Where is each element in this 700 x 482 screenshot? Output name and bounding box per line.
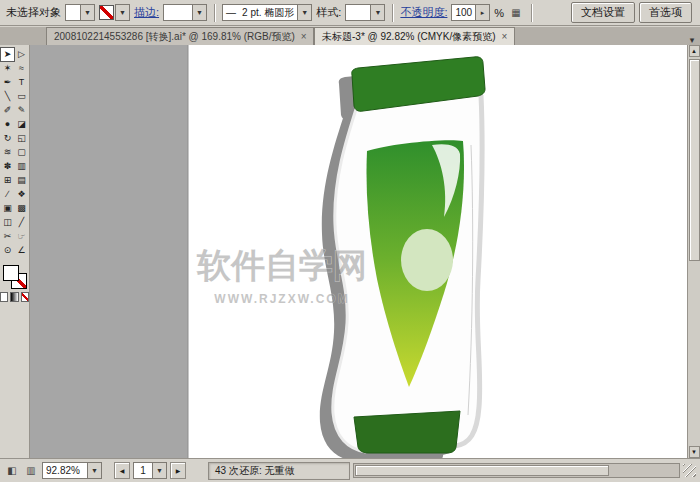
document-tab-2[interactable]: 未标题-3* @ 92.82% (CMYK/像素预览) × <box>314 27 515 45</box>
tool-grid: ➤ ▷ ✶ ≈ ✒ T ╲ ▭ ✐ ✎ ● ◪ ↻ ◱ ≋ ▢ ✽ ▥ ⊞ ▤ … <box>0 48 29 257</box>
direct-selection-tool[interactable]: ▷ <box>15 48 28 61</box>
artboard-svg: 软件自学网 WWW.RJZXW.COM <box>30 45 687 458</box>
chevron-down-icon: ▼ <box>192 5 206 20</box>
artboard-tool[interactable]: ◫ <box>1 216 14 229</box>
tools-panel: ➤ ▷ ✶ ≈ ✒ T ╲ ▭ ✐ ✎ ● ◪ ↻ ◱ ≋ ▢ ✽ ▥ ⊞ ▤ … <box>0 45 30 458</box>
paintbrush-tool[interactable]: ✐ <box>1 104 14 117</box>
watermark: 软件自学网 WWW.RJZXW.COM <box>196 246 367 306</box>
spinner-right-icon: ▸ <box>475 5 489 20</box>
pen-tool[interactable]: ✒ <box>1 76 14 89</box>
chevron-down-icon: ▼ <box>87 463 101 478</box>
separator <box>214 4 215 22</box>
mini-screen-mode-icon[interactable]: ▥ <box>23 463 39 479</box>
stroke-none-swatch[interactable] <box>99 5 114 20</box>
mesh-tool[interactable]: ⊞ <box>1 174 14 187</box>
shaver-base[interactable] <box>354 411 460 453</box>
measure-tool[interactable]: ∠ <box>15 244 28 257</box>
chevron-down-icon: ▼ <box>370 5 384 20</box>
vertical-scroll-thumb[interactable] <box>689 59 700 261</box>
pencil-tool[interactable]: ✎ <box>15 104 28 117</box>
blob-brush-tool[interactable]: ● <box>1 118 14 131</box>
canvas-area[interactable]: 软件自学网 WWW.RJZXW.COM <box>30 45 687 458</box>
rectangle-tool[interactable]: ▭ <box>15 90 28 103</box>
type-tool[interactable]: T <box>15 76 28 89</box>
selection-status: 未选择对象 <box>6 5 61 20</box>
scale-tool[interactable]: ◱ <box>15 132 28 145</box>
eraser-tool[interactable]: ◪ <box>15 118 28 131</box>
tab-label: 未标题-3* @ 92.82% (CMYK/像素预览) <box>322 30 496 44</box>
separator <box>392 4 393 22</box>
tab-label: 2008102214553286 [转换].ai* @ 169.81% (RGB… <box>54 30 295 44</box>
slice-tool[interactable]: ╱ <box>15 216 28 229</box>
tab-overflow-icon[interactable]: ▾ <box>684 35 700 45</box>
opacity-unit: % <box>494 7 504 19</box>
appearance-dropdown[interactable]: ▼ <box>65 4 95 21</box>
none-mode-button[interactable] <box>21 292 29 302</box>
fill-stroke-indicator[interactable] <box>3 265 27 289</box>
eyedropper-tool[interactable]: ∕ <box>1 188 14 201</box>
mini-fill-stroke-icon[interactable]: ◧ <box>4 463 20 479</box>
scissors-tool[interactable]: ✂ <box>1 230 14 243</box>
magic-wand-tool[interactable]: ✶ <box>1 62 14 75</box>
vertical-scrollbar[interactable]: ▲ ▼ <box>687 45 700 458</box>
opacity-panel-link[interactable]: 不透明度: <box>400 5 447 20</box>
style-label: 样式: <box>316 5 341 20</box>
hand-tool[interactable]: ☞ <box>15 230 28 243</box>
next-artboard-icon[interactable]: ▶ <box>170 462 186 479</box>
fill-swatch[interactable] <box>3 265 19 281</box>
zoom-tool[interactable]: ⊙ <box>1 244 14 257</box>
blend-tool[interactable]: ❖ <box>15 188 28 201</box>
column-graph-tool[interactable]: ▥ <box>15 160 28 173</box>
graph-style-icon[interactable]: ▦ <box>508 5 524 21</box>
stroke-color-dropdown[interactable]: ▼ <box>99 4 130 21</box>
chevron-down-icon: ▼ <box>80 5 94 20</box>
artboard-number: 1 <box>134 465 152 476</box>
close-icon[interactable]: × <box>301 31 307 42</box>
live-paint-bucket-tool[interactable]: ▣ <box>1 202 14 215</box>
stroke-panel-link[interactable]: 描边: <box>134 5 159 20</box>
gradient-mode-button[interactable] <box>10 292 18 302</box>
preferences-button[interactable]: 首选项 <box>639 2 692 23</box>
status-bar: ◧ ▥ 92.82% ▼ ◀ 1 ▼ ▶ 43 次还原: 无重做 <box>0 458 700 482</box>
zoom-level-value: 92.82% <box>43 465 87 476</box>
separator <box>531 4 532 22</box>
document-tab-1[interactable]: 2008102214553286 [转换].ai* @ 169.81% (RGB… <box>46 27 314 45</box>
undo-status-box: 43 次还原: 无重做 <box>208 462 350 480</box>
document-tab-bar: 2008102214553286 [转换].ai* @ 169.81% (RGB… <box>0 27 700 45</box>
scroll-up-icon[interactable]: ▲ <box>689 45 700 57</box>
free-transform-tool[interactable]: ▢ <box>15 146 28 159</box>
line-segment-tool[interactable]: ╲ <box>1 90 14 103</box>
style-combo[interactable]: ▼ <box>345 4 385 21</box>
stroke-weight-combo[interactable]: ▼ <box>163 4 207 21</box>
selection-tool[interactable]: ➤ <box>1 48 14 61</box>
symbol-sprayer-tool[interactable]: ✽ <box>1 160 14 173</box>
lasso-tool[interactable]: ≈ <box>15 62 28 75</box>
illustrator-window: 未选择对象 ▼ ▼ 描边: ▼ — 2 pt. 椭圆形 ▼ 样式: ▼ 不透明度… <box>0 0 700 482</box>
opacity-combo[interactable]: 100 ▸ <box>451 4 490 21</box>
paint-mode-buttons <box>0 292 29 302</box>
power-button-shape[interactable] <box>401 229 453 291</box>
brush-definition-combo[interactable]: — 2 pt. 椭圆形 ▼ <box>222 4 312 21</box>
undo-status-text: 43 次还原: 无重做 <box>215 464 294 478</box>
chevron-down-icon: ▼ <box>152 463 166 478</box>
prev-artboard-icon[interactable]: ◀ <box>114 462 130 479</box>
live-paint-selection-tool[interactable]: ▩ <box>15 202 28 215</box>
watermark-text-line2: WWW.RJZXW.COM <box>214 292 349 306</box>
horizontal-scrollbar[interactable] <box>353 463 680 478</box>
warp-tool[interactable]: ≋ <box>1 146 14 159</box>
zoom-level-combo[interactable]: 92.82% ▼ <box>42 462 102 479</box>
horizontal-scroll-thumb[interactable] <box>355 465 609 476</box>
color-mode-button[interactable] <box>0 292 8 302</box>
vertical-scroll-track[interactable] <box>689 57 700 446</box>
close-icon[interactable]: × <box>502 31 508 42</box>
gradient-tool[interactable]: ▤ <box>15 174 28 187</box>
artboard-nav-combo[interactable]: 1 ▼ <box>133 462 167 479</box>
watermark-text-line1: 软件自学网 <box>196 246 367 284</box>
resize-grip[interactable] <box>683 464 696 477</box>
options-bar: 未选择对象 ▼ ▼ 描边: ▼ — 2 pt. 椭圆形 ▼ 样式: ▼ 不透明度… <box>0 0 700 26</box>
chevron-down-icon: ▼ <box>115 4 130 21</box>
scroll-down-icon[interactable]: ▼ <box>689 446 700 458</box>
document-setup-button[interactable]: 文档设置 <box>571 2 635 23</box>
rotate-tool[interactable]: ↻ <box>1 132 14 145</box>
chevron-down-icon: ▼ <box>297 5 311 20</box>
